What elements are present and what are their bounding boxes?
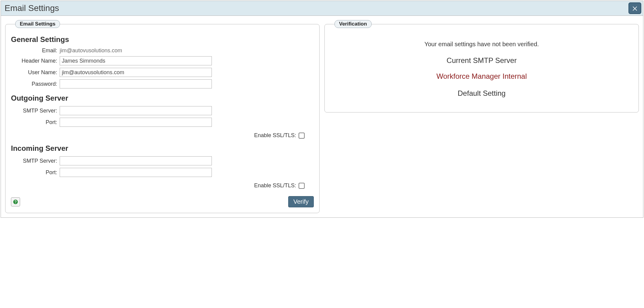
help-icon bbox=[13, 199, 18, 205]
outgoing-server-heading: Outgoing Server bbox=[11, 94, 314, 102]
outgoing-ssl-label: Enable SSL/TLS: bbox=[254, 132, 296, 139]
dialog-header: Email Settings bbox=[1, 1, 643, 16]
default-setting-label: Default Setting bbox=[333, 89, 630, 98]
outgoing-port-input[interactable] bbox=[60, 118, 212, 127]
email-row: Email: jim@autovusolutions.com bbox=[11, 47, 314, 54]
help-button[interactable] bbox=[11, 197, 20, 206]
email-label: Email: bbox=[11, 47, 60, 54]
verification-message: Your email settings have not been verifi… bbox=[333, 41, 630, 48]
close-button[interactable] bbox=[628, 2, 641, 14]
verify-button[interactable]: Verify bbox=[288, 196, 314, 207]
outgoing-ssl-checkbox[interactable] bbox=[299, 133, 305, 139]
header-name-label: Header Name: bbox=[11, 58, 60, 64]
email-value: jim@autovusolutions.com bbox=[60, 47, 122, 54]
incoming-port-input[interactable] bbox=[60, 168, 212, 177]
dialog-body: Email Settings General Settings Email: j… bbox=[1, 16, 643, 217]
outgoing-ssl-row: Enable SSL/TLS: bbox=[11, 132, 305, 139]
outgoing-port-row: Port: bbox=[11, 118, 314, 127]
incoming-server-heading: Incoming Server bbox=[11, 144, 314, 153]
incoming-port-label: Port: bbox=[11, 169, 60, 176]
user-name-label: User Name: bbox=[11, 69, 60, 76]
dialog-title: Email Settings bbox=[3, 2, 61, 14]
incoming-smtp-label: SMTP Server: bbox=[11, 158, 60, 164]
header-name-input[interactable] bbox=[60, 56, 212, 65]
incoming-ssl-checkbox[interactable] bbox=[299, 183, 305, 189]
incoming-port-row: Port: bbox=[11, 168, 314, 177]
verification-content: Your email settings have not been verifi… bbox=[330, 33, 633, 107]
incoming-ssl-row: Enable SSL/TLS: bbox=[11, 182, 305, 189]
left-footer: Verify bbox=[11, 196, 314, 207]
verification-legend: Verification bbox=[334, 20, 372, 28]
incoming-ssl-label: Enable SSL/TLS: bbox=[254, 182, 296, 189]
email-settings-dialog: Email Settings Email Settings General Se… bbox=[1, 1, 643, 218]
incoming-smtp-row: SMTP Server: bbox=[11, 156, 314, 165]
header-name-row: Header Name: bbox=[11, 56, 314, 65]
outgoing-port-label: Port: bbox=[11, 119, 60, 126]
password-input[interactable] bbox=[60, 79, 212, 88]
outgoing-smtp-input[interactable] bbox=[60, 106, 212, 115]
verification-panel: Verification Your email settings have no… bbox=[324, 20, 639, 112]
password-row: Password: bbox=[11, 79, 314, 88]
user-name-input[interactable] bbox=[60, 68, 212, 77]
incoming-smtp-input[interactable] bbox=[60, 156, 212, 165]
outgoing-smtp-row: SMTP Server: bbox=[11, 106, 314, 115]
current-smtp-value: Workforce Manager Internal bbox=[333, 72, 630, 81]
password-label: Password: bbox=[11, 81, 60, 87]
outgoing-smtp-label: SMTP Server: bbox=[11, 108, 60, 114]
current-smtp-label: Current SMTP Server bbox=[333, 56, 630, 65]
user-name-row: User Name: bbox=[11, 68, 314, 77]
email-settings-legend: Email Settings bbox=[15, 20, 60, 28]
email-settings-panel: Email Settings General Settings Email: j… bbox=[5, 20, 320, 213]
close-icon bbox=[632, 5, 638, 12]
general-settings-heading: General Settings bbox=[11, 35, 314, 44]
